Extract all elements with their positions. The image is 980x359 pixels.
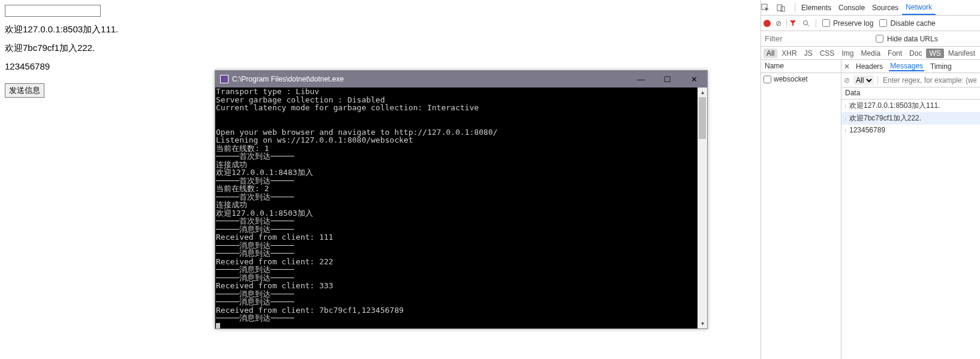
detail-tabs: ✕ Headers Messages Timing <box>841 60 980 73</box>
page-message: 欢迎127.0.0.1:8503加入111. <box>5 24 756 37</box>
network-filter-bar: Hide data URLs <box>761 31 980 47</box>
filter-img[interactable]: Img <box>838 49 856 58</box>
message-direction-select[interactable]: All <box>853 76 874 85</box>
message-regex-input[interactable] <box>882 76 978 85</box>
filter-icon[interactable] <box>789 20 800 27</box>
request-detail: ✕ Headers Messages Timing ⊘ All Data ↓欢迎… <box>841 60 980 359</box>
network-toolbar: ⊘ Preserve log Disable cache <box>761 16 980 31</box>
console-title-text: C:\Program Files\dotnet\dotnet.exe <box>232 75 628 83</box>
arrow-down-icon: ↓ <box>844 115 847 122</box>
message-filter-bar: ⊘ All <box>841 73 980 88</box>
console-output: Transport type : Libuv Server garbage co… <box>215 88 698 328</box>
hide-data-urls-checkbox[interactable]: Hide data URLs <box>873 33 938 44</box>
svg-point-3 <box>804 20 808 25</box>
arrow-down-icon: ↓ <box>844 102 847 109</box>
svg-rect-1 <box>777 5 782 11</box>
tab-sources[interactable]: Sources <box>868 0 902 15</box>
filter-manifest[interactable]: Manifest <box>945 49 978 58</box>
clear-icon[interactable]: ⊘ <box>773 19 784 28</box>
disable-cache-checkbox[interactable]: Disable cache <box>876 19 935 28</box>
filter-doc[interactable]: Doc <box>906 49 925 58</box>
page-body: 欢迎127.0.0.1:8503加入111. 欢迎7bc79cf1加入222. … <box>0 0 760 359</box>
filter-xhr[interactable]: XHR <box>778 49 799 58</box>
close-button[interactable]: ✕ <box>681 75 707 84</box>
filter-media[interactable]: Media <box>858 49 883 58</box>
ws-message-text: 123456789 <box>849 126 885 134</box>
arrow-up-icon: ↑ <box>844 127 847 134</box>
scroll-down-icon[interactable]: ▾ <box>698 319 707 328</box>
request-row-label: websocket <box>774 75 808 83</box>
console-titlebar[interactable]: C:\Program Files\dotnet\dotnet.exe — ☐ ✕ <box>215 71 707 88</box>
filter-input[interactable] <box>761 31 870 46</box>
message-list: ↓欢迎127.0.0.1:8503加入111.↓欢迎7bc79cf1加入222.… <box>841 99 980 359</box>
console-scrollbar[interactable]: ▴ ▾ <box>698 88 707 328</box>
message-data-header: Data <box>841 88 980 99</box>
filter-css[interactable]: CSS <box>817 49 838 58</box>
send-button[interactable]: 发送信息 <box>5 83 44 98</box>
detail-tab-timing[interactable]: Timing <box>929 62 953 71</box>
clear-messages-icon[interactable]: ⊘ <box>844 76 850 85</box>
tab-network[interactable]: Network <box>902 0 936 15</box>
filter-ws[interactable]: WS <box>926 49 943 58</box>
request-row-checkbox[interactable] <box>763 76 771 83</box>
scroll-thumb[interactable] <box>699 97 706 139</box>
console-app-icon <box>220 75 229 83</box>
search-icon[interactable] <box>802 20 813 27</box>
ws-message-row[interactable]: ↓欢迎127.0.0.1:8503加入111. <box>841 99 980 112</box>
detail-tab-messages[interactable]: Messages <box>889 62 924 71</box>
scroll-up-icon[interactable]: ▴ <box>698 88 707 97</box>
page-message: 欢迎7bc79cf1加入222. <box>5 43 756 55</box>
preserve-log-checkbox[interactable]: Preserve log <box>819 19 873 28</box>
request-list: Name websocket <box>761 60 841 359</box>
ws-message-text: 欢迎7bc79cf1加入222. <box>849 113 921 123</box>
record-button[interactable] <box>763 20 771 27</box>
console-window: C:\Program Files\dotnet\dotnet.exe — ☐ ✕… <box>215 70 708 329</box>
filter-js[interactable]: JS <box>801 49 816 58</box>
devtools-main-tabs: Elements Console Sources Network <box>761 0 980 16</box>
device-toolbar-icon[interactable] <box>777 4 792 12</box>
close-detail-icon[interactable]: ✕ <box>844 62 850 71</box>
ws-message-row[interactable]: ↓欢迎7bc79cf1加入222. <box>841 112 980 125</box>
filter-all[interactable]: All <box>763 49 777 58</box>
ws-message-row[interactable]: ↑123456789 <box>841 125 980 135</box>
request-list-header: Name <box>761 60 841 73</box>
tab-elements[interactable]: Elements <box>798 0 835 15</box>
ws-message-text: 欢迎127.0.0.1:8503加入111. <box>849 101 940 111</box>
message-input[interactable] <box>5 5 101 17</box>
devtools-panel: Elements Console Sources Network ⊘ Prese… <box>760 0 980 359</box>
type-filter-row: All XHR JS CSS Img Media Font Doc WS Man… <box>761 47 980 60</box>
inspect-element-icon[interactable] <box>761 4 777 12</box>
detail-tab-headers[interactable]: Headers <box>855 62 884 71</box>
maximize-button[interactable]: ☐ <box>654 75 681 84</box>
request-row-websocket[interactable]: websocket <box>761 73 841 85</box>
minimize-button[interactable]: — <box>628 75 654 84</box>
tab-console[interactable]: Console <box>835 0 868 15</box>
svg-line-4 <box>807 25 809 26</box>
filter-font[interactable]: Font <box>885 49 905 58</box>
